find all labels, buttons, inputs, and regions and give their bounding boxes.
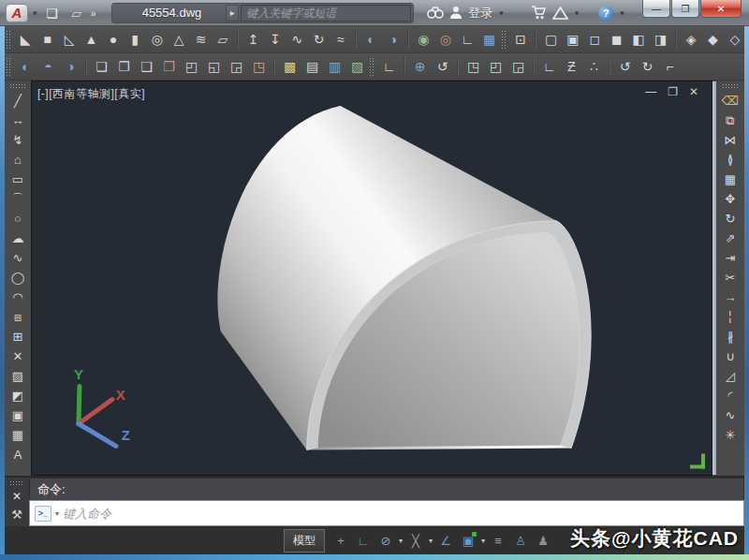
view-sw-isometric-icon[interactable]: ◈	[681, 29, 701, 51]
command-recent-caret-icon[interactable]: ▾	[55, 509, 59, 518]
ucs-apply-icon[interactable]: ⌐	[659, 56, 681, 78]
shell-check-icon[interactable]: ▧	[346, 56, 368, 78]
clean-icon[interactable]: ▤	[301, 56, 323, 78]
scale-icon[interactable]: ⇗	[720, 228, 741, 248]
trim-icon[interactable]: ✂	[720, 268, 741, 287]
offset-icon[interactable]: ≬	[720, 150, 741, 169]
array-icon[interactable]: ▦	[720, 169, 741, 189]
visual-style-2d-wireframe-icon[interactable]: ▢	[540, 29, 561, 51]
spline-icon[interactable]: ∿	[7, 248, 28, 268]
sphere-icon[interactable]: ●	[103, 29, 124, 51]
rotate-icon[interactable]: ↻	[720, 209, 741, 228]
wedge-icon[interactable]: ◺	[59, 29, 80, 51]
arc-icon[interactable]: ⌒	[7, 189, 28, 209]
open-file-icon[interactable]: ▱	[66, 4, 87, 22]
polysolid-icon[interactable]: ◣	[15, 29, 36, 51]
viewport-label[interactable]: [-][西南等轴测][真实]	[37, 86, 145, 102]
sign-in-caret-icon[interactable]: ▾	[498, 8, 505, 18]
imprint-icon[interactable]: ▩	[279, 56, 301, 78]
erase-icon[interactable]: ⌫	[720, 91, 741, 111]
viewport-minimize-icon[interactable]: —	[645, 85, 656, 98]
circle-icon[interactable]: ○	[7, 209, 28, 228]
ucs-y-rotate-icon[interactable]: ↻	[637, 56, 658, 78]
command-grip[interactable]	[9, 480, 24, 485]
cone-icon[interactable]: ▲	[81, 29, 101, 51]
command-close-icon[interactable]: ✕	[12, 490, 22, 503]
torus-icon[interactable]: ◎	[147, 29, 168, 51]
autodesk-360-icon[interactable]	[552, 4, 568, 22]
presspull-icon[interactable]: ↧	[265, 29, 286, 51]
quick-access-expand-icon[interactable]: »	[91, 7, 95, 19]
visual-style-realistic-icon[interactable]: ◼	[607, 29, 627, 51]
minimize-button[interactable]: —	[642, 0, 670, 18]
polyline-icon[interactable]: ↯	[7, 130, 28, 150]
ellipse-arc-icon[interactable]: ◠	[7, 287, 28, 307]
cylinder-icon[interactable]: ▮	[125, 29, 145, 51]
hatch-icon[interactable]: ▨	[7, 366, 28, 386]
construction-line-icon[interactable]: ↔	[7, 111, 28, 130]
viewport-restore-icon[interactable]: ❐	[668, 85, 678, 98]
taper-faces-icon[interactable]: ◱	[203, 56, 225, 78]
union-icon[interactable]: ◐	[360, 29, 381, 51]
mirror-icon[interactable]: ⋈	[720, 130, 741, 150]
search-history-icon[interactable]: ▸	[226, 5, 239, 22]
ucs-world-icon[interactable]: ⊕	[409, 56, 431, 78]
multiline-text-icon[interactable]: A	[7, 445, 28, 464]
copy-faces-icon[interactable]: ❑	[136, 56, 157, 78]
ucs-z-axis-icon[interactable]: Ƶ	[561, 56, 582, 78]
a360-caret-icon[interactable]: ▾	[574, 8, 580, 18]
loft-icon[interactable]: ≈	[330, 29, 351, 51]
solid-intersect-icon[interactable]: ◓	[37, 56, 59, 78]
search-binoculars-icon[interactable]	[427, 4, 444, 22]
solid-subtract-icon[interactable]: ◑	[60, 56, 81, 78]
help-icon[interactable]: ?	[598, 6, 613, 21]
visual-style-wireframe-icon[interactable]: ▣	[563, 29, 583, 51]
free-orbit-icon[interactable]: ◉	[413, 29, 433, 51]
viewport-close-icon[interactable]: ✕	[689, 85, 698, 98]
point-icon[interactable]: ✕	[7, 346, 28, 366]
model-tab-button[interactable]: 模型	[284, 529, 325, 553]
ucs-dynamic-icon[interactable]: ∟	[457, 29, 477, 51]
rectangle-icon[interactable]: ▭	[7, 169, 28, 189]
gradient-icon[interactable]: ◩	[7, 386, 28, 405]
explode-icon[interactable]: ✳	[720, 425, 741, 445]
close-button[interactable]: ✕	[700, 0, 742, 18]
command-customize-icon[interactable]: ⚒	[11, 508, 22, 522]
insert-block-icon[interactable]: ⧈	[7, 307, 28, 327]
annotation-monitor-icon[interactable]: ♟	[533, 530, 553, 551]
ucs-face-icon[interactable]: ◳	[463, 56, 484, 78]
planar-surface-icon[interactable]: ▱	[213, 29, 233, 51]
help-search-input[interactable]	[241, 5, 411, 22]
object-snap-icon[interactable]: ▣	[458, 530, 478, 551]
color-faces-icon[interactable]: ◳	[248, 56, 270, 78]
ucs-previous-icon[interactable]: ↺	[432, 56, 453, 78]
make-block-icon[interactable]: ⊞	[7, 327, 28, 346]
ucs-origin-icon[interactable]: ∟	[538, 56, 560, 78]
fillet-icon[interactable]: ◜	[720, 386, 741, 405]
isometric-drafting-icon[interactable]: ╳	[405, 530, 426, 551]
sign-in-button[interactable]: 登录	[468, 5, 492, 22]
3d-array-icon[interactable]: ▦	[478, 29, 499, 51]
line-icon[interactable]: ╱	[7, 91, 28, 111]
view-se-isometric-icon[interactable]: ◆	[702, 29, 723, 51]
command-input[interactable]	[63, 507, 743, 521]
restore-button[interactable]: ❐	[671, 0, 699, 18]
autocad-logo-icon[interactable]: A	[6, 4, 28, 22]
workspace-switching-icon[interactable]: ♙	[510, 530, 531, 551]
view-ne-isometric-icon[interactable]: ◇	[725, 29, 745, 51]
ucs-3point-icon[interactable]: ∴	[583, 56, 605, 78]
model-viewport[interactable]: Y X Z [-][西南等轴测][真实] — ❐ ✕	[31, 81, 712, 476]
revolve-icon[interactable]: ↻	[308, 29, 329, 51]
user-icon[interactable]	[449, 4, 463, 22]
visual-style-shaded-icon[interactable]: ◨	[650, 29, 670, 51]
object-snap-caret-icon[interactable]: ▾	[481, 537, 485, 545]
copy-icon[interactable]: ⧉	[720, 111, 741, 130]
polar-tracking-icon[interactable]: ⊘	[375, 530, 396, 551]
blend-curves-icon[interactable]: ∿	[720, 405, 741, 425]
move-faces-icon[interactable]: ❐	[113, 56, 135, 78]
offset-faces-icon[interactable]: ❒	[158, 56, 180, 78]
extrude-icon[interactable]: ↥	[242, 29, 263, 51]
sweep-icon[interactable]: ∿	[286, 29, 307, 51]
help-caret-icon[interactable]: ▾	[619, 8, 625, 18]
ucs-icon[interactable]: ∟	[378, 56, 400, 78]
